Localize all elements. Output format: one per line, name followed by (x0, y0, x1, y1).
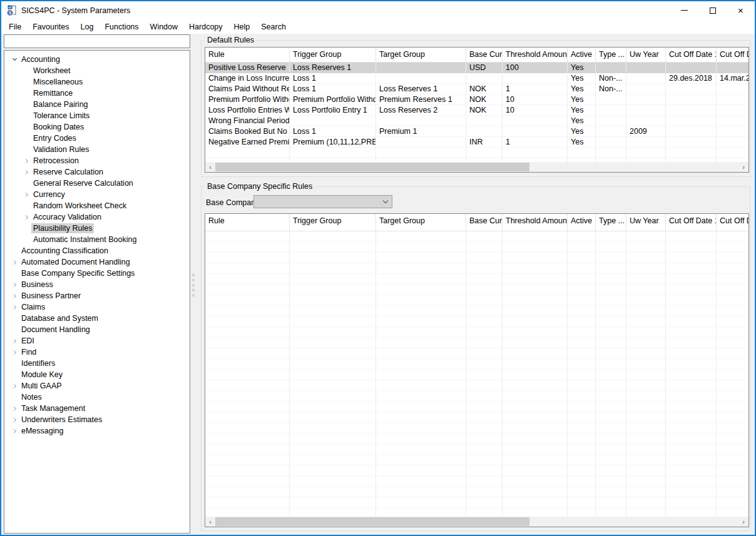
menu-search[interactable]: Search (255, 21, 292, 33)
scroll-thumb[interactable] (215, 163, 529, 171)
scroll-left-icon[interactable]: ‹ (205, 517, 215, 527)
column-header-cut-off-da[interactable]: Cut Off Da (717, 214, 749, 231)
scroll-track[interactable] (215, 517, 738, 527)
maximize-button[interactable] (698, 1, 727, 19)
column-header-trigger-group[interactable]: Trigger Group (290, 48, 376, 62)
tree-item-automatic-instalment-booking[interactable]: Automatic Instalment Booking (4, 234, 190, 245)
table-row-negative-earned-premium[interactable]: Negative Earned PremiumPremium (10,11,12… (205, 137, 748, 148)
chevron-collapsed-icon[interactable] (9, 280, 19, 290)
scroll-right-icon[interactable]: › (738, 162, 748, 172)
menu-functions[interactable]: Functions (99, 21, 144, 33)
column-header-uw-year[interactable]: Uw Year (626, 214, 666, 231)
column-header-type[interactable]: Type ... (596, 48, 626, 62)
tree-item-base-company-specific-settings[interactable]: Base Company Specific Settings (4, 268, 190, 279)
scroll-right-icon[interactable]: › (738, 517, 748, 527)
column-header-cut-off-date-1[interactable]: Cut Off Date 1 (666, 48, 717, 62)
chevron-collapsed-icon[interactable] (9, 302, 19, 312)
tree-item-database-and-system[interactable]: Database and System (4, 313, 190, 324)
chevron-collapsed-icon[interactable] (9, 336, 19, 346)
chevron-collapsed-icon[interactable] (21, 167, 31, 177)
tree-item-edi[interactable]: EDI (4, 335, 190, 346)
tree-item-business-partner[interactable]: Business Partner (4, 290, 190, 301)
tree-item-reserve-calculation[interactable]: Reserve Calculation (4, 166, 190, 178)
tree-item-booking-dates[interactable]: Booking Dates (4, 121, 190, 133)
tree-item-balance-pairing[interactable]: Balance Pairing (4, 99, 190, 110)
column-header-threshold-amount[interactable]: Threshold Amount (503, 48, 568, 62)
table-row-claims-booked-but-no-p[interactable]: Claims Booked But No P...Loss 1Premium 1… (205, 126, 748, 137)
menu-log[interactable]: Log (75, 21, 100, 33)
column-header-base-curr[interactable]: Base Curr (466, 214, 503, 231)
tree-item-identifiers[interactable]: Identifiers (4, 358, 190, 369)
table-row-change-in-loss-incurred[interactable]: Change in Loss IncurredLoss 1YesNon-...2… (205, 73, 748, 84)
tree-item-accounting-classification[interactable]: Accounting Classification (4, 245, 190, 256)
column-header-rule[interactable]: Rule (205, 214, 290, 231)
tree-item-general-reserve-calculation[interactable]: General Reserve Calculation (4, 178, 190, 189)
column-header-active[interactable]: Active (568, 48, 596, 62)
tree-item-module-key[interactable]: Module Key (4, 369, 190, 380)
column-header-trigger-group[interactable]: Trigger Group (290, 214, 376, 231)
close-button[interactable]: × (727, 1, 755, 19)
tree-item-document-handling[interactable]: Document Handling (4, 324, 190, 335)
chevron-collapsed-icon[interactable] (9, 347, 19, 357)
tree-item-currency[interactable]: Currency (4, 189, 190, 200)
chevron-collapsed-icon[interactable] (9, 403, 19, 413)
tree-item-random-worksheet-check[interactable]: Random Worksheet Check (4, 200, 190, 211)
tree-item-multi-gaap[interactable]: Multi GAAP (4, 380, 190, 392)
column-header-active[interactable]: Active (568, 214, 596, 231)
chevron-collapsed-icon[interactable] (9, 426, 19, 436)
tree-item-retrocession[interactable]: Retrocession (4, 155, 190, 166)
tree-item-tolerance-limits[interactable]: Tolerance Limits (4, 110, 190, 121)
column-header-base-curr[interactable]: Base Curr (466, 48, 503, 62)
sidebar-search-input[interactable] (4, 34, 190, 48)
tree-item-automated-document-handling[interactable]: Automated Document Handling (4, 256, 190, 268)
base-company-hscrollbar[interactable]: ‹ › (205, 517, 748, 527)
chevron-collapsed-icon[interactable] (21, 156, 31, 166)
panel-splitter[interactable] (191, 50, 197, 533)
tree-item-task-management[interactable]: Task Management (4, 403, 190, 414)
chevron-collapsed-icon[interactable] (9, 291, 19, 301)
tree-item-notes[interactable]: Notes (4, 392, 190, 403)
tree-item-validation-rules[interactable]: Validation Rules (4, 144, 190, 155)
column-header-type[interactable]: Type ... (596, 214, 626, 231)
tree-item-worksheet[interactable]: Worksheet (4, 65, 190, 76)
chevron-collapsed-icon[interactable] (21, 212, 31, 222)
chevron-collapsed-icon[interactable] (9, 257, 19, 267)
column-header-uw-year[interactable]: Uw Year (626, 48, 666, 62)
tree-item-plausibility-rules[interactable]: Plausibility Rules (4, 223, 190, 234)
column-header-rule[interactable]: Rule (205, 48, 290, 62)
scroll-track[interactable] (215, 162, 738, 172)
tree-item-accuracy-validation[interactable]: Accuracy Validation (4, 211, 190, 223)
menu-help[interactable]: Help (228, 21, 256, 33)
chevron-expanded-icon[interactable] (9, 54, 19, 64)
chevron-collapsed-icon[interactable] (9, 381, 19, 391)
column-header-target-group[interactable]: Target Group (376, 214, 466, 231)
scroll-thumb[interactable] (215, 517, 529, 526)
tree-item-claims[interactable]: Claims (4, 301, 190, 313)
tree-item-entry-codes[interactable]: Entry Codes (4, 133, 190, 144)
menu-hardcopy[interactable]: Hardcopy (183, 21, 228, 33)
minimize-button[interactable] (670, 1, 698, 19)
base-company-dropdown[interactable] (253, 195, 392, 208)
menu-window[interactable]: Window (145, 21, 183, 33)
menu-favourites[interactable]: Favourites (27, 21, 74, 33)
tree-item-remittance[interactable]: Remittance (4, 88, 190, 99)
tree-item-underwriters-estimates[interactable]: Underwriters Estimates (4, 414, 190, 425)
scroll-left-icon[interactable]: ‹ (205, 162, 215, 172)
table-row-loss-portfolio-entries-wit[interactable]: Loss Portfolio Entries Wit...Loss Portfo… (205, 105, 748, 116)
tree-item-accounting[interactable]: Accounting (4, 54, 190, 65)
column-header-threshold-amount[interactable]: Threshold Amount (503, 214, 568, 231)
tree-item-miscellaneous[interactable]: Miscellaneous (4, 76, 190, 88)
chevron-collapsed-icon[interactable] (9, 415, 19, 425)
table-row-claims-paid-without-res[interactable]: Claims Paid Without Res...Loss 1Loss Res… (205, 84, 748, 94)
column-header-cut-off-date-1[interactable]: Cut Off Date 1 (666, 214, 717, 231)
tree-item-find[interactable]: Find (4, 346, 190, 358)
column-header-target-group[interactable]: Target Group (376, 48, 466, 62)
menu-file[interactable]: File (3, 21, 27, 33)
tree-item-emessaging[interactable]: eMessaging (4, 425, 190, 437)
table-row-positive-loss-reserve[interactable]: Positive Loss ReserveLoss Reserves 1USD1… (205, 63, 748, 73)
chevron-collapsed-icon[interactable] (21, 190, 31, 200)
table-row-wrong-financial-period[interactable]: Wrong Financial PeriodYes (205, 116, 748, 126)
table-row-premium-portfolio-withdr[interactable]: Premium Portfolio Withdr...Premium Portf… (205, 94, 748, 105)
default-rules-hscrollbar[interactable]: ‹ › (205, 162, 748, 172)
tree-item-business[interactable]: Business (4, 279, 190, 290)
